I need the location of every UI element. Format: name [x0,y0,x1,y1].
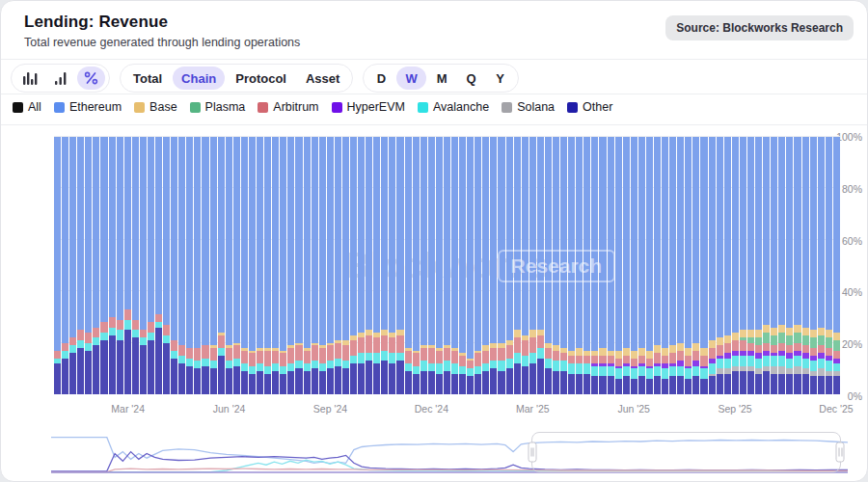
interval-tab-w[interactable]: W [396,67,425,90]
stacked-bar[interactable] [646,137,653,394]
interval-tab-d[interactable]: D [367,67,394,90]
stacked-bar[interactable] [794,137,800,394]
stacked-bar[interactable] [389,137,395,394]
legend-item-avalanche[interactable]: Avalanche [418,100,489,114]
stacked-bar[interactable] [335,137,341,394]
stacked-bar[interactable] [62,137,68,394]
stacked-bar[interactable] [685,137,692,394]
stacked-bar[interactable] [529,137,536,394]
stacked-bar[interactable] [522,137,529,394]
stacked-bar[interactable] [373,137,380,394]
stacked-bar[interactable] [77,137,84,394]
stacked-bar[interactable] [148,137,154,394]
stacked-bar[interactable] [202,137,208,394]
stacked-bar[interactable] [662,137,668,394]
tab-asset[interactable]: Asset [297,67,348,90]
stacked-bar[interactable] [287,137,294,394]
stacked-bar[interactable] [428,137,435,394]
stacked-bar[interactable] [93,137,99,394]
stacked-bar[interactable] [396,137,403,394]
stacked-bar[interactable] [553,137,559,394]
stacked-bar[interactable] [810,137,817,394]
stacked-bar[interactable] [638,137,645,394]
stacked-bar[interactable] [490,137,497,394]
stacked-bar[interactable] [747,137,754,394]
stacked-bar[interactable] [778,137,785,394]
ascending-bar-chart-icon[interactable] [46,67,75,90]
grouped-bar-chart-icon[interactable] [15,67,44,90]
legend-item-other[interactable]: Other [567,100,612,114]
navigator-right-handle[interactable] [836,442,845,463]
stacked-bar[interactable] [249,137,256,394]
stacked-bar[interactable] [420,137,427,394]
stacked-bar[interactable] [833,137,840,394]
stacked-bar[interactable] [631,137,637,394]
stacked-bar[interactable] [69,137,76,394]
stacked-bar[interactable] [568,137,575,394]
stacked-bar[interactable] [358,137,365,394]
stacked-bar[interactable] [506,137,513,394]
source-button[interactable]: Source: Blockworks Research [665,15,854,40]
stacked-bar[interactable] [498,137,504,394]
legend-item-ethereum[interactable]: Ethereum [54,100,122,114]
stacked-bar[interactable] [140,137,147,394]
stacked-bar[interactable] [163,137,170,394]
stacked-bar[interactable] [304,137,311,394]
stacked-bar[interactable] [117,137,123,394]
stacked-bar[interactable] [124,137,131,394]
stacked-bar[interactable] [692,137,699,394]
stacked-bar[interactable] [233,137,240,394]
stacked-bar[interactable] [444,137,450,394]
stacked-bar[interactable] [413,137,420,394]
stacked-bar[interactable] [802,137,809,394]
stacked-bar[interactable] [54,137,61,394]
legend-item-arbitrum[interactable]: Arbitrum [258,100,318,114]
stacked-bar[interactable] [826,137,832,394]
stacked-bar[interactable] [366,137,372,394]
stacked-bar[interactable] [295,137,302,394]
stacked-bar[interactable] [264,137,271,394]
stacked-bar[interactable] [599,137,606,394]
navigator-left-handle[interactable] [529,442,537,463]
stacked-bar[interactable] [717,137,723,394]
stacked-bar[interactable] [312,137,318,394]
legend-item-base[interactable]: Base [134,100,177,114]
stacked-bar[interactable] [576,137,583,394]
stacked-bar[interactable] [709,137,716,394]
stacked-bar[interactable] [740,137,746,394]
stacked-bar[interactable] [109,137,116,394]
interval-tab-q[interactable]: Q [458,67,485,90]
stacked-bar[interactable] [482,137,489,394]
stacked-bar[interactable] [591,137,598,394]
stacked-bar[interactable] [178,137,185,394]
stacked-bar[interactable] [623,137,630,394]
stacked-bar[interactable] [654,137,661,394]
stacked-bar[interactable] [755,137,762,394]
stacked-bar[interactable] [451,137,458,394]
stacked-bar[interactable] [85,137,92,394]
stacked-bar[interactable] [560,137,567,394]
stacked-bar[interactable] [677,137,684,394]
stacked-bar[interactable] [459,137,466,394]
stacked-bar[interactable] [155,137,162,394]
tab-total[interactable]: Total [124,67,171,90]
stacked-bar[interactable] [210,137,217,394]
stacked-bar[interactable] [763,137,770,394]
stacked-bar[interactable] [100,137,107,394]
stacked-bar[interactable] [327,137,334,394]
interval-tab-m[interactable]: M [428,67,456,90]
stacked-bar[interactable] [218,137,225,394]
stacked-bar[interactable] [381,137,388,394]
stacked-bar[interactable] [475,137,481,394]
stacked-bar[interactable] [272,137,279,394]
stacked-bar[interactable] [350,137,357,394]
interval-tab-y[interactable]: Y [487,67,514,90]
stacked-bar[interactable] [608,137,614,394]
stacked-bar[interactable] [280,137,286,394]
stacked-bar[interactable] [724,137,731,394]
legend-item-hyperevm[interactable]: HyperEVM [332,100,405,114]
stacked-bar[interactable] [732,137,739,394]
navigator-selection-window[interactable] [531,432,841,472]
stacked-bar[interactable] [319,137,326,394]
tab-protocol[interactable]: Protocol [227,67,295,90]
